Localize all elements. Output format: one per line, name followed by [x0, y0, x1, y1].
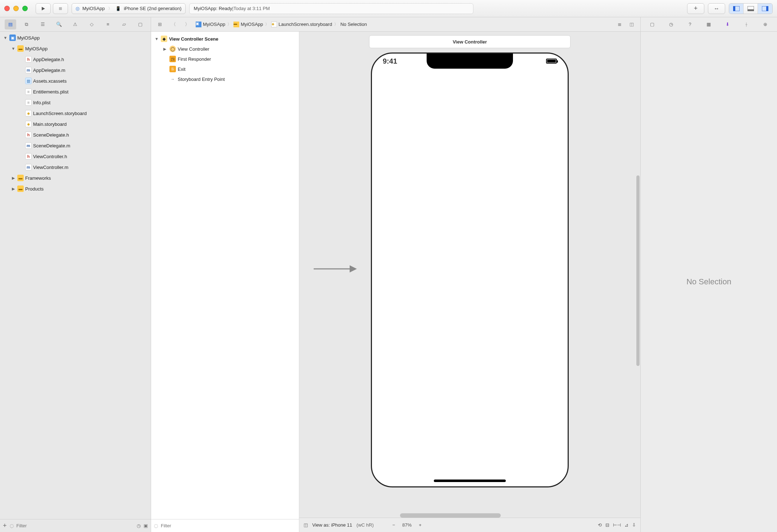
outline-row[interactable]: ▼◈View Controller Scene [153, 34, 297, 44]
svg-rect-1 [59, 7, 62, 10]
device-frame[interactable]: 9:41 [371, 52, 569, 487]
debug-navigator-tab[interactable]: ≡ [102, 19, 114, 29]
tree-row[interactable]: ◈Main.storyboard [0, 119, 151, 129]
size-inspector-tab[interactable]: ⟊ [741, 19, 752, 29]
file-inspector-tab[interactable]: ▢ [646, 19, 658, 29]
tree-row[interactable]: ▶▬Products [0, 183, 151, 194]
update-frames-button[interactable]: ⇩ [632, 522, 636, 528]
find-navigator-tab[interactable]: 🔍 [53, 19, 65, 29]
breadcrumb-item[interactable]: ◈LaunchScreen.storyboard [271, 22, 332, 27]
library-add-button[interactable]: + [687, 3, 704, 14]
editor-options-button[interactable]: ≣ [614, 20, 624, 29]
story-file-icon: ◈ [25, 121, 32, 127]
tree-row[interactable]: mViewController.m [0, 162, 151, 173]
device-statusbar: 9:41 [383, 57, 557, 65]
tree-row[interactable]: hAppDelegate.h [0, 54, 151, 65]
tree-row[interactable]: mSceneDelegate.m [0, 140, 151, 151]
report-navigator-tab[interactable]: ▢ [135, 19, 146, 29]
tree-row[interactable]: ▶▬Frameworks [0, 173, 151, 183]
toggle-debug-area-button[interactable] [744, 4, 758, 14]
tree-row[interactable]: ≡Entitlements.plist [0, 86, 151, 97]
scene-title-bar[interactable]: View Controller [369, 35, 571, 48]
disclosure-triangle[interactable]: ▶ [163, 47, 168, 51]
recent-filter-icon[interactable]: ◷ [137, 523, 141, 528]
symbol-navigator-tab[interactable]: ☰ [37, 19, 49, 29]
toggle-inspector-button[interactable] [758, 4, 772, 14]
add-editor-button[interactable]: ◫ [627, 20, 637, 29]
history-inspector-tab[interactable]: ◷ [665, 19, 677, 29]
zoom-window-button[interactable] [22, 6, 28, 11]
toggle-navigator-button[interactable] [729, 4, 744, 14]
inspector-body: No Selection [641, 32, 777, 532]
disclosure-triangle[interactable]: ▼ [155, 37, 159, 41]
add-files-button[interactable]: + [3, 522, 7, 529]
document-outline[interactable]: ▼◈View Controller Scene▶◯View Controller… [151, 32, 299, 519]
attributes-inspector-tab[interactable]: ⬇ [722, 19, 733, 29]
related-items-button[interactable]: ⊞ [155, 20, 165, 29]
minimize-window-button[interactable] [13, 6, 19, 11]
tree-item-label: Assets.xcassets [33, 78, 67, 84]
outline-row[interactable]: ⎘Exit [153, 64, 297, 74]
forward-button[interactable]: 〉 [182, 20, 192, 29]
tree-row[interactable]: ◈LaunchScreen.storyboard [0, 108, 151, 119]
outline-row[interactable]: ◳First Responder [153, 54, 297, 64]
tree-row[interactable]: hViewController.h [0, 151, 151, 162]
help-inspector-tab[interactable]: ? [684, 19, 696, 29]
tree-row[interactable]: hSceneDelegate.h [0, 129, 151, 140]
back-button[interactable]: 〈 [168, 20, 178, 29]
storyboard-entry-arrow[interactable] [314, 262, 357, 276]
disclosure-triangle[interactable]: ▶ [11, 187, 16, 191]
view-as-label[interactable]: View as: iPhone 11 [312, 522, 352, 528]
toggle-outline-button[interactable]: ◫ [304, 522, 308, 528]
canvas-vertical-scrollbar[interactable] [636, 175, 640, 366]
outline-row[interactable]: ▶◯View Controller [153, 44, 297, 54]
breadcrumbs[interactable]: ▣MyiOSApp〉▬MyiOSApp〉◈LaunchScreen.storyb… [196, 22, 367, 27]
close-window-button[interactable] [4, 6, 10, 11]
breadcrumb-item[interactable]: No Selection [340, 22, 367, 27]
zoom-out-button[interactable]: − [392, 522, 395, 528]
embed-in-button[interactable]: ⟲ [598, 522, 602, 528]
project-navigator-tab[interactable]: ▤ [5, 19, 16, 29]
tree-row[interactable]: ≡Info.plist [0, 97, 151, 108]
issue-navigator-tab[interactable]: ⚠ [69, 19, 81, 29]
scheme-selector[interactable]: ◎ MyiOSApp 〉 📱 iPhone SE (2nd generation… [72, 3, 186, 14]
outline-row[interactable]: →Storyboard Entry Point [153, 74, 297, 84]
identity-inspector-tab[interactable]: ▦ [703, 19, 714, 29]
resolve-issues-button[interactable]: ⊿ [624, 522, 628, 528]
zoom-level[interactable]: 87% [402, 522, 412, 528]
navigator-footer: + ◌ ◷ ▣ [0, 519, 151, 532]
tree-row[interactable]: ▼▣MyiOSApp [0, 32, 151, 43]
pin-button[interactable]: ⊢⊣ [613, 522, 621, 528]
tree-item-label: SceneDelegate.h [33, 132, 69, 138]
breakpoint-navigator-tab[interactable]: ▱ [118, 19, 130, 29]
question-icon: ? [689, 22, 691, 27]
disclosure-triangle[interactable]: ▼ [11, 46, 16, 51]
filter-scope-icon[interactable]: ◌ [10, 523, 14, 528]
test-navigator-tab[interactable]: ◇ [86, 19, 97, 29]
tree-row[interactable]: ▥Assets.xcassets [0, 75, 151, 86]
breadcrumb-item[interactable]: ▬MyiOSApp [233, 22, 263, 27]
editor-area: ⊞ 〈 〉 ▣MyiOSApp〉▬MyiOSApp〉◈LaunchScreen.… [151, 17, 640, 532]
source-control-navigator-tab[interactable]: ⧉ [21, 19, 32, 29]
align-button[interactable]: ⊟ [605, 522, 609, 528]
interface-builder-canvas[interactable]: View Controller 9:41 [299, 32, 640, 532]
run-button[interactable] [36, 3, 51, 14]
activity-status[interactable]: MyiOSApp: Ready | Today at 3:11 PM [189, 3, 473, 14]
stop-button[interactable] [53, 3, 68, 14]
folder-icon: ▤ [8, 22, 13, 27]
connections-inspector-tab[interactable]: ⊕ [760, 19, 771, 29]
navigator-filter-input[interactable] [17, 523, 134, 528]
attributes-icon: ⬇ [726, 22, 730, 27]
tree-row[interactable]: ▼▬MyiOSApp [0, 43, 151, 54]
disclosure-triangle[interactable]: ▼ [3, 36, 8, 40]
assets-file-icon: ▥ [25, 78, 32, 84]
tree-row[interactable]: mAppDelegate.m [0, 65, 151, 75]
breadcrumb-item[interactable]: ▣MyiOSApp [196, 22, 225, 27]
zoom-in-button[interactable]: + [419, 522, 422, 528]
canvas-horizontal-scrollbar[interactable] [400, 513, 501, 518]
disclosure-triangle[interactable]: ▶ [11, 176, 16, 180]
scm-status-filter-icon[interactable]: ▣ [144, 523, 148, 528]
project-tree[interactable]: ▼▣MyiOSApp▼▬MyiOSApphAppDelegate.hmAppDe… [0, 32, 151, 519]
code-review-button[interactable]: ↔ [708, 3, 725, 14]
outline-filter-input[interactable] [161, 523, 296, 528]
